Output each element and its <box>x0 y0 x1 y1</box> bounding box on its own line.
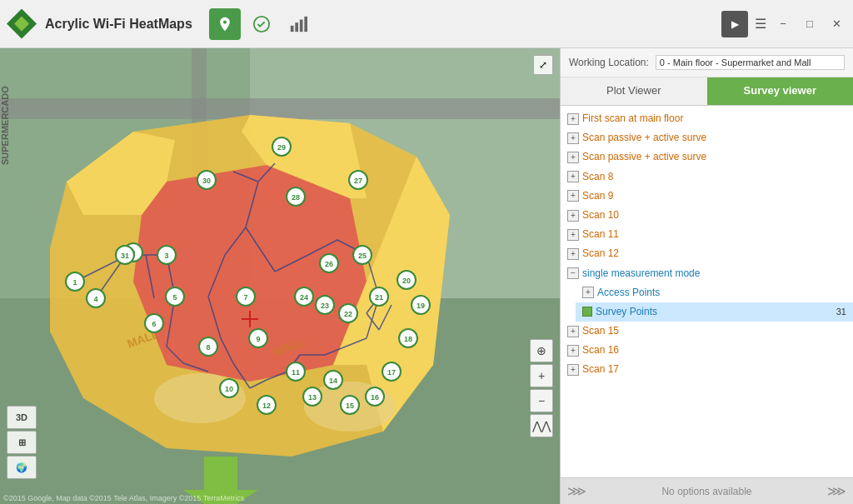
svg-text:26: 26 <box>325 260 333 268</box>
tree-item-scan3[interactable]: + Scan passive + active surve <box>561 147 853 167</box>
svg-text:29: 29 <box>277 143 286 152</box>
svg-text:14: 14 <box>329 377 337 385</box>
check-icon[interactable] <box>246 8 277 40</box>
svg-text:20: 20 <box>402 277 411 285</box>
tab-survey-viewer[interactable]: Survey viewer <box>707 77 854 105</box>
tree-item-scan12[interactable]: + Scan 12 <box>561 244 853 263</box>
satellite-button[interactable]: 🌍 <box>7 456 37 479</box>
restore-button[interactable]: □ <box>800 17 820 30</box>
expand-scan15[interactable]: + <box>567 326 579 337</box>
expand-scan12[interactable]: + <box>567 248 579 260</box>
svg-text:1: 1 <box>72 278 77 287</box>
map-copyright: ©2015 Google, Map data ©2015 Tele Atlas,… <box>3 494 244 502</box>
tree-item-scan17[interactable]: + Scan 17 <box>561 360 853 379</box>
working-location-select[interactable]: 0 - Main floor - Supermarket and Mall <box>656 55 845 70</box>
compass-button[interactable]: ⊕ <box>530 339 553 362</box>
bottom-prev-button[interactable]: ⋙ <box>567 483 586 499</box>
tree-label-survey-points: Survey Points <box>596 304 657 320</box>
expand-scan10[interactable]: + <box>567 210 579 222</box>
bottom-bar: ⋙ No options available ⋙ <box>561 477 853 504</box>
svg-text:31: 31 <box>121 252 129 260</box>
tree-label-scan12: Scan 12 <box>582 246 619 262</box>
location-icon[interactable] <box>209 8 241 40</box>
titlebar-right: ▶ ☰ − □ ✕ <box>721 11 846 37</box>
tree-label-scan11: Scan 11 <box>582 227 619 242</box>
tree-label-scan1: First scan at main floor <box>582 111 683 127</box>
svg-rect-3 <box>300 19 303 32</box>
minimize-button[interactable]: − <box>773 17 793 30</box>
svg-text:30: 30 <box>202 177 211 185</box>
svg-rect-4 <box>304 16 307 31</box>
zoom-out-button[interactable]: − <box>530 389 553 412</box>
tree-label-scan2: Scan passive + active surve <box>582 130 706 146</box>
expand-scan9[interactable]: + <box>567 190 579 202</box>
reset-view-button[interactable]: ⋀⋀ <box>530 414 553 437</box>
map-corner-buttons: 3D ⊞ 🌍 <box>7 406 37 479</box>
play-button[interactable]: ▶ <box>721 11 748 37</box>
svg-text:SUPERMERCADO: SUPERMERCADO <box>0 86 10 165</box>
svg-rect-2 <box>295 22 298 32</box>
expand-scan1[interactable]: + <box>567 113 579 125</box>
tree-label-scan17: Scan 17 <box>582 362 619 377</box>
menu-button[interactable]: ☰ <box>755 16 766 32</box>
tree-label-single: single measurement mode <box>582 266 700 282</box>
bottom-next-button[interactable]: ⋙ <box>827 483 846 499</box>
svg-text:8: 8 <box>206 343 210 352</box>
tree-label-scan15: Scan 15 <box>582 323 619 339</box>
tree-item-scan2[interactable]: + Scan passive + active surve <box>561 128 853 147</box>
working-location-bar: Working Location: 0 - Main floor - Super… <box>561 48 853 77</box>
expand-scan3[interactable]: + <box>567 152 579 163</box>
tree-item-scan11[interactable]: + Scan 11 <box>561 225 853 244</box>
titlebar: Acrylic Wi-Fi HeatMaps ▶ ☰ − □ ✕ <box>0 0 853 48</box>
expand-scan17[interactable]: + <box>567 364 579 376</box>
expand-access[interactable]: + <box>582 287 594 298</box>
tree-item-survey-points[interactable]: Survey Points 31 <box>576 302 853 322</box>
3d-button[interactable]: 3D <box>7 406 37 429</box>
map-controls: ⊕ + − ⋀⋀ <box>530 339 553 437</box>
tree-label-scan9: Scan 9 <box>582 188 613 204</box>
tree-item-single[interactable]: − single measurement mode <box>561 264 853 283</box>
working-location-label: Working Location: <box>569 57 649 68</box>
tree-item-scan10[interactable]: + Scan 10 <box>561 206 853 225</box>
view-tabs: Plot Viewer Survey viewer <box>561 77 853 106</box>
expand-scan8[interactable]: + <box>567 171 579 182</box>
logo-inner <box>14 17 29 32</box>
fullscreen-button[interactable]: ⤢ <box>533 55 553 75</box>
tree-item-scan16[interactable]: + Scan 16 <box>561 341 853 360</box>
expand-single[interactable]: − <box>567 267 579 279</box>
tree-item-scan15[interactable]: + Scan 15 <box>561 322 853 341</box>
svg-rect-8 <box>0 98 560 119</box>
tree-item-access[interactable]: + Access Points <box>576 283 853 302</box>
zoom-in-button[interactable]: + <box>530 364 553 387</box>
svg-text:28: 28 <box>292 193 300 202</box>
tree-label-scan16: Scan 16 <box>582 342 619 358</box>
main-content: MALL MALL SUPERMERCADO <box>0 48 853 504</box>
expand-scan2[interactable]: + <box>567 132 579 144</box>
map-area[interactable]: MALL MALL SUPERMERCADO <box>0 48 560 504</box>
tab-plot-viewer[interactable]: Plot Viewer <box>561 77 707 105</box>
signal-icon[interactable] <box>282 8 314 40</box>
svg-text:12: 12 <box>262 402 271 410</box>
tree-label-scan3: Scan passive + active surve <box>582 149 706 165</box>
svg-text:17: 17 <box>387 368 396 377</box>
bottom-status: No options available <box>661 486 751 497</box>
tree-item-scan8[interactable]: + Scan 8 <box>561 167 853 187</box>
svg-text:24: 24 <box>300 293 308 302</box>
survey-points-count: 31 <box>836 305 846 320</box>
svg-text:3: 3 <box>164 252 168 260</box>
expand-scan16[interactable]: + <box>567 345 579 357</box>
svg-text:5: 5 <box>172 293 177 302</box>
layers-button[interactable]: ⊞ <box>7 431 37 454</box>
app-title: Acrylic Wi-Fi HeatMaps <box>45 17 192 32</box>
tree-item-scan9[interactable]: + Scan 9 <box>561 187 853 206</box>
survey-points-color <box>582 307 592 317</box>
right-panel: Working Location: 0 - Main floor - Super… <box>560 48 853 504</box>
close-button[interactable]: ✕ <box>826 17 846 30</box>
expand-scan11[interactable]: + <box>567 229 579 241</box>
tree-label-scan8: Scan 8 <box>582 169 613 185</box>
tree-label-scan10: Scan 10 <box>582 207 619 223</box>
survey-tree: + First scan at main floor + Scan passiv… <box>561 106 853 477</box>
tree-item-scan1[interactable]: + First scan at main floor <box>561 109 853 128</box>
svg-text:15: 15 <box>346 402 354 410</box>
svg-text:27: 27 <box>354 177 362 185</box>
